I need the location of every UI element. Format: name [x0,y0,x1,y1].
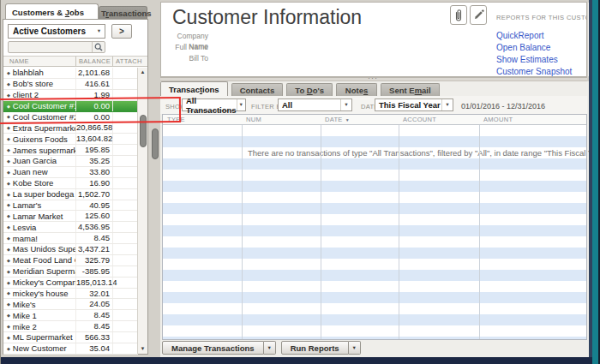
customer-list-panel: Active Customers ▼ > NAME BALANCE .. ATT… [3,19,148,355]
customer-name: James supermarket [13,146,75,155]
list-item[interactable]: ◆Cool Customer #1 0.00 [3,101,138,112]
customer-name: client 2 [13,90,39,99]
report-link[interactable]: Show Estimates [496,54,572,66]
report-link[interactable]: Open Balance [496,42,572,54]
report-link[interactable]: Customer Snapshot [496,66,572,78]
report-link[interactable]: QuickReport [496,30,572,42]
customer-balance: 8.45 [75,321,112,331]
left-panel-tabs: Customers & JobsTransactions [5,3,147,19]
customer-attach-cell [112,145,138,155]
customer-balance: 35.04 [75,343,112,354]
customer-attach-cell [112,244,138,254]
detail-tab[interactable]: To Do's [286,83,333,96]
expand-diamond-icon: ◆ [7,213,10,218]
scroll-down-icon[interactable]: ▼ [138,344,147,354]
list-item[interactable]: ◆mickey's house 32.01 [3,289,138,300]
action-button[interactable]: Run Reports [281,341,349,355]
list-item[interactable]: ◆Juan Garcia 35.25 [3,156,138,167]
detail-tab[interactable]: Transactions [160,81,228,96]
list-item[interactable]: ◆Extra Supermarket12 20,866.58 [3,122,138,134]
detail-tab[interactable]: Contacts [231,83,284,96]
attach-file-button[interactable] [450,5,467,25]
scroll-up-icon[interactable]: ▲ [138,68,147,77]
list-item[interactable]: ◆Bob's store 416.61 [3,79,138,90]
list-item[interactable]: ◆Mike's 24.05 [3,299,138,310]
list-item[interactable]: ◆client 2 1.99 [3,90,138,101]
list-item[interactable]: ◆Kobe Store 16.90 [3,178,138,189]
list-item[interactable]: ◆Mas Unidos Super.. 3,437.21 [3,244,138,255]
list-item[interactable]: ◆La super bodega # 24 1,502.70 [3,189,138,200]
panel-splitter-handle[interactable] [152,128,159,159]
expand-diamond-icon: ◆ [7,170,10,175]
customer-attach-cell [112,122,138,133]
customer-attach-cell [112,79,138,89]
left-panel-tab[interactable]: Transactions [99,6,147,19]
expand-diamond-icon: ◆ [7,70,10,75]
list-item[interactable]: ◆blahblah 2,101.68 [3,68,138,79]
detail-tab[interactable]: Sent Email [381,83,440,96]
chevron-down-icon[interactable]: ▼ [349,341,361,355]
transaction-actions: Manage Transactions ▼ Run Reports ▼ [162,341,361,355]
column-header-date[interactable]: DATE▼ [325,116,350,123]
list-item[interactable]: ◆Cool Customer #2 0.00 [3,112,138,123]
chevron-down-icon: ▼ [93,25,105,38]
list-item[interactable]: ◆Lamar's 40.95 [3,200,138,212]
column-header-num[interactable]: NUM [246,116,261,123]
customer-balance: 33.80 [75,167,112,177]
bill-to-label: Bill To [161,53,208,64]
list-item[interactable]: ◆Mickey's Company 185,013.14 [3,277,138,289]
list-item[interactable]: ◆ML Supermarket 566.33 [3,332,138,343]
list-item[interactable]: ◆Guixens Foods 13,604.82 [3,134,138,145]
list-item[interactable]: ◆New Customer 35.04 [3,343,138,355]
expand-diamond-icon: ◆ [7,224,10,230]
expand-diamond-icon: ◆ [7,202,10,207]
show-dropdown[interactable]: All Transactions ▼ [182,98,246,111]
customer-view-dropdown[interactable]: Active Customers ▼ [8,24,105,39]
list-item[interactable]: ◆Lamar Market 125.60 [3,211,138,222]
list-item[interactable]: ◆Meat Food Land Ce.. 325.79 [3,255,138,266]
column-divider [399,125,399,339]
customer-view-value: Active Customers [13,27,86,36]
expand-diamond-icon: ◆ [7,301,10,307]
column-header-balance[interactable]: BALANCE .. [75,57,112,66]
list-item[interactable]: ◆mike 2 8.45 [3,321,138,332]
left-panel-tab[interactable]: Customers & Jobs [5,3,99,19]
chevron-down-icon[interactable]: ▼ [264,341,276,355]
column-divider [242,125,243,339]
expand-diamond-icon: ◆ [7,125,10,130]
list-item[interactable]: ◆Lesvia 4,536.95 [3,222,138,233]
column-header-amount[interactable]: AMOUNT [483,116,513,123]
list-item[interactable]: ◆Mike 1 8.45 [3,310,138,321]
customer-balance: 1,502.70 [75,189,112,200]
collapse-expand-button[interactable]: > [111,24,132,39]
search-button[interactable] [92,42,105,52]
scrollbar-thumb[interactable] [140,115,147,147]
column-header-type[interactable]: TYPE [167,116,185,123]
expand-diamond-icon: ◆ [7,136,10,141]
customer-attach-cell [112,189,138,200]
list-item[interactable]: ◆James supermarket 195.85 [3,145,138,156]
customer-balance: 1.99 [75,90,112,100]
expand-diamond-icon: ◆ [7,290,10,295]
customer-name: Extra Supermarket12 [13,123,75,133]
chevron-down-icon: ▼ [441,99,453,110]
list-item[interactable]: ◆Meridian Supermarket -385.95 [3,266,138,277]
column-header-account[interactable]: ACCOUNT [403,116,436,123]
list-item[interactable]: ◆Juan new 33.80 [3,167,138,178]
customer-search-input[interactable] [9,42,92,52]
customer-attach-cell [112,200,138,211]
expand-diamond-icon: ◆ [7,247,10,252]
action-button[interactable]: Manage Transactions [162,341,264,355]
filter-by-dropdown[interactable]: All ▼ [278,98,352,111]
detail-tab[interactable]: Notes [336,83,377,96]
column-header-name[interactable]: NAME [3,57,75,66]
date-dropdown[interactable]: This Fiscal Year ▼ [375,98,453,111]
report-links: QuickReportOpen BalanceShow EstimatesCus… [496,30,572,78]
customer-balance: 13,604.82 [75,134,112,144]
column-header-attach[interactable]: ATTACH [112,57,147,66]
expand-diamond-icon: ◆ [7,313,10,318]
customer-list-scrollbar[interactable]: ▲ ▼ [137,68,147,354]
list-item[interactable]: ◆mama! 8.45 [3,233,138,244]
edit-customer-button[interactable] [470,5,487,25]
customer-attach-cell [112,112,138,122]
